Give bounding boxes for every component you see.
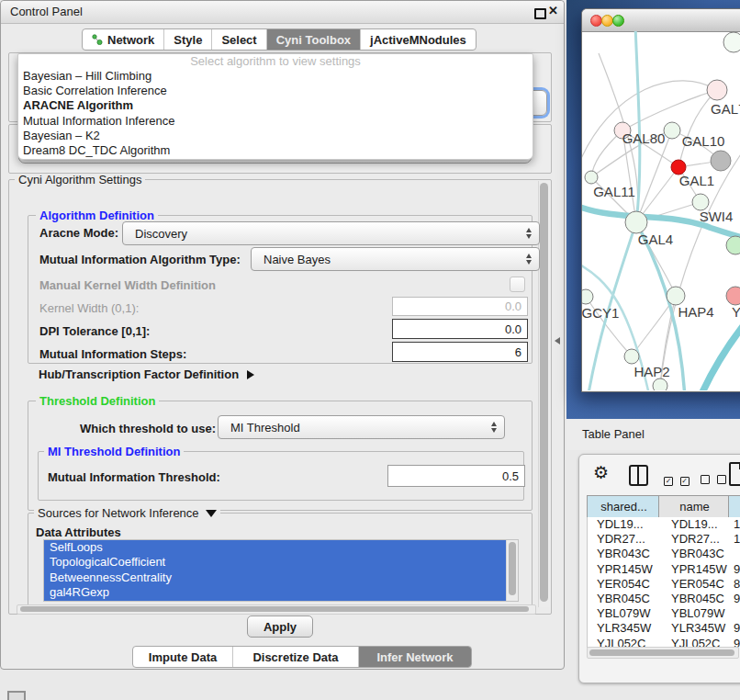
node[interactable] xyxy=(723,32,740,52)
tab-cyni-toolbox[interactable]: Cyni Toolbox xyxy=(267,29,361,50)
table-body[interactable]: YDL19... YDL19... 13 YDR27... YDR27... 1… xyxy=(587,517,740,648)
node[interactable] xyxy=(653,378,667,390)
apply-button[interactable]: Apply xyxy=(247,615,313,638)
tab-network[interactable]: Network xyxy=(83,29,164,50)
mi-algorithm-type-value: Naive Bayes xyxy=(263,253,331,266)
node-gal7[interactable] xyxy=(707,80,727,100)
dropdown-option[interactable]: Mutual Information Inference xyxy=(18,114,533,129)
table-row[interactable]: YBR045C YBR045C 9. xyxy=(588,592,740,606)
float-window-icon[interactable] xyxy=(534,8,546,19)
aracne-mode-combobox[interactable]: Discovery xyxy=(122,221,540,245)
tab-jactivemnodules[interactable]: jActiveMNodules xyxy=(361,29,476,50)
table-row[interactable]: YDR27... YDR27... 12 xyxy=(588,532,740,547)
tab-impute-data[interactable]: Impute Data xyxy=(133,647,233,667)
table-row[interactable]: YDL19... YDL19... 13 xyxy=(588,517,740,532)
settings-vertical-scrollbar[interactable] xyxy=(538,181,550,607)
network-canvas[interactable]: GAL7 GAL80 GAL10 GAL1 GAL11 SWI4 GAL4 GC… xyxy=(582,31,740,390)
sources-title-row[interactable]: Sources for Network Inference xyxy=(34,507,220,519)
document-icon[interactable] xyxy=(729,462,740,486)
tab-discretize-data[interactable]: Discretize Data xyxy=(233,647,359,667)
which-threshold-combobox[interactable]: MI Threshold xyxy=(218,415,505,439)
node-label: GAL1 xyxy=(679,173,714,188)
settings-horizontal-scrollbar[interactable] xyxy=(17,604,536,615)
tab-style[interactable]: Style xyxy=(164,29,212,50)
settings-scrollbar-thumb[interactable] xyxy=(540,183,548,602)
column-header-partial[interactable]: A xyxy=(728,495,740,518)
node[interactable] xyxy=(726,236,740,254)
dropdown-option[interactable]: Bayesian – K2 xyxy=(18,129,533,143)
table-horizontal-scrollbar[interactable] xyxy=(587,647,739,659)
dropdown-option[interactable]: Dream8 DC_TDC Algorithm xyxy=(18,143,533,158)
list-vertical-scrollbar[interactable] xyxy=(506,540,518,601)
mi-threshold-field[interactable]: 0.5 xyxy=(387,465,525,487)
node-label: Y xyxy=(732,304,740,320)
column-header-name[interactable]: name xyxy=(658,495,731,518)
kernel-width-field[interactable]: 0.0 xyxy=(392,297,528,316)
dropdown-option[interactable]: Bayesian – Hill Climbing xyxy=(18,69,533,84)
table-hscrollbar-thumb[interactable] xyxy=(589,649,734,656)
network-tab-icon xyxy=(92,34,103,45)
settings-hscrollbar-thumb[interactable] xyxy=(20,606,529,612)
table-row[interactable]: YLR345W YLR345W 9. xyxy=(588,621,740,636)
table-cell: 9. xyxy=(730,562,740,577)
collapsed-panel-icon[interactable] xyxy=(7,691,26,700)
list-item[interactable]: gal4RGexp xyxy=(44,585,511,600)
tab-select[interactable]: Select xyxy=(212,29,266,50)
collapse-down-arrow-icon[interactable] xyxy=(206,510,217,517)
tab-cyni-toolbox-label: Cyni Toolbox xyxy=(276,33,351,47)
dpi-tolerance-label: DPI Tolerance [0,1]: xyxy=(39,324,150,338)
mi-steps-field[interactable]: 6 xyxy=(392,342,528,362)
collapse-right-arrow-icon[interactable] xyxy=(247,370,254,379)
data-attributes-list[interactable]: SelfLoops TopologicalCoefficient Between… xyxy=(43,539,519,602)
list-scrollbar-thumb[interactable] xyxy=(509,542,516,595)
unchecked-columns-icon[interactable] xyxy=(701,473,726,487)
node-label: GAL10 xyxy=(682,133,725,149)
dropdown-option[interactable]: Basic Correlation Inference xyxy=(18,84,533,98)
list-item[interactable]: TopologicalCoefficient xyxy=(44,555,511,570)
checked-columns-icon[interactable]: ✓ ✓ xyxy=(664,472,690,486)
node[interactable] xyxy=(664,122,680,139)
table-cell: 12 xyxy=(730,532,740,547)
list-item[interactable]: BetweennessCentrality xyxy=(44,570,511,585)
gear-icon[interactable]: ⚙ xyxy=(593,462,609,483)
mi-steps-value: 6 xyxy=(515,345,521,359)
table-row[interactable]: YBR043C YBR043C xyxy=(588,547,740,561)
data-attributes-label: Data Attributes xyxy=(36,525,121,539)
node-gal11[interactable] xyxy=(585,171,598,184)
table-row[interactable]: YPR145W YPR145W 9. xyxy=(588,562,740,577)
control-panel-titlebar[interactable]: Control Panel ✕ xyxy=(1,1,564,24)
table-cell: YBL079W xyxy=(588,606,660,621)
table-row[interactable]: YBL079W YBL079W xyxy=(588,606,740,621)
aracne-mode-value: Discovery xyxy=(135,227,187,241)
close-icon[interactable]: ✕ xyxy=(548,4,558,17)
cyni-bottom-tabbar: Impute Data Discretize Data Infer Networ… xyxy=(132,646,472,668)
dropdown-prompt: Select algorithm to view settings xyxy=(18,54,533,69)
table-row[interactable]: YER054C YER054C 8. xyxy=(588,577,740,592)
table-cell xyxy=(730,547,740,561)
mi-algorithm-type-combobox[interactable]: Naive Bayes xyxy=(251,247,540,271)
node-gal4[interactable] xyxy=(625,211,647,233)
node-salmon[interactable] xyxy=(726,287,740,305)
hub-definition-toggle[interactable]: Hub/Transcription Factor Definition xyxy=(39,367,254,381)
manual-kernel-width-checkbox[interactable] xyxy=(510,277,525,292)
table-cell: YDR27... xyxy=(660,532,730,547)
column-header-label: name xyxy=(679,500,710,514)
node-hap4[interactable] xyxy=(667,287,685,305)
network-window-titlebar[interactable] xyxy=(582,9,740,32)
zoom-traffic-light-icon[interactable] xyxy=(612,15,624,27)
combo-spinner-icon xyxy=(491,422,498,433)
table-cell: YDL19... xyxy=(588,517,660,532)
dropdown-option-selected[interactable]: ARACNE Algorithm xyxy=(18,98,533,113)
list-item[interactable]: SelfLoops xyxy=(44,540,511,555)
node-gcy1[interactable] xyxy=(582,289,593,304)
node-label: SWI4 xyxy=(700,209,734,224)
network-view-window[interactable]: GAL7 GAL80 GAL10 GAL1 GAL11 SWI4 GAL4 GC… xyxy=(581,8,740,392)
split-columns-icon[interactable] xyxy=(629,465,648,486)
node-gal10[interactable] xyxy=(711,151,731,171)
splitpane-collapse-arrow-icon[interactable] xyxy=(555,337,560,344)
dpi-tolerance-field[interactable]: 0.0 xyxy=(392,319,528,339)
column-header-shared[interactable]: shared... xyxy=(587,495,661,518)
node-hap2[interactable] xyxy=(624,349,639,364)
tab-infer-network[interactable]: Infer Network xyxy=(359,647,471,667)
tab-style-label: Style xyxy=(174,33,202,47)
